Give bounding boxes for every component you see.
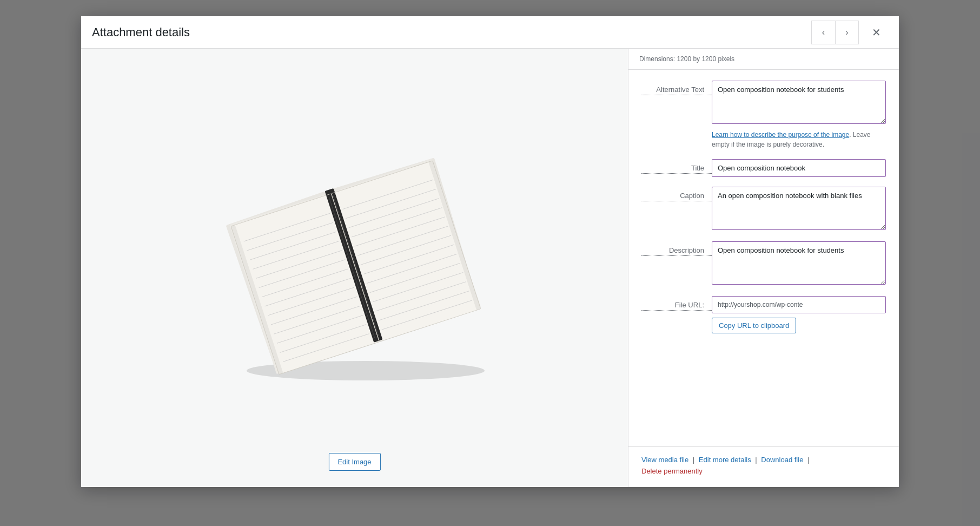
alt-text-input[interactable] [712, 81, 886, 124]
footer-delete-row: Delete permanently [641, 467, 886, 475]
image-panel: Edit Image [81, 49, 628, 487]
dimensions-label: Dimensions: [639, 55, 675, 63]
details-panel: Dimensions: 1200 by 1200 pixels Alternat… [628, 49, 899, 487]
file-url-row: File URL: Copy URL to clipboard [641, 296, 886, 333]
attachment-details-modal: Attachment details ‹ › ✕ [81, 16, 899, 487]
separator-2: | [755, 456, 757, 464]
alt-text-helper: Learn how to describe the purpose of the… [712, 130, 886, 149]
dimensions-value: 1200 by 1200 pixels [677, 55, 734, 63]
separator-1: | [693, 456, 694, 464]
dimensions-bar: Dimensions: 1200 by 1200 pixels [628, 49, 899, 70]
caption-input[interactable] [712, 187, 886, 230]
next-button[interactable]: › [835, 21, 859, 44]
prev-button[interactable]: ‹ [811, 21, 835, 44]
separator-3: | [807, 456, 809, 464]
delete-permanently-link[interactable]: Delete permanently [641, 467, 703, 475]
file-url-input[interactable] [712, 296, 886, 313]
title-input[interactable] [712, 159, 886, 177]
description-row: Description [641, 241, 886, 286]
copy-url-button[interactable]: Copy URL to clipboard [712, 318, 796, 333]
alt-text-label: Alternative Text [641, 81, 712, 95]
modal-body: Edit Image Dimensions: 1200 by 1200 pixe… [81, 49, 899, 487]
caption-field-container [712, 187, 886, 232]
alt-text-row: Alternative Text Learn how to describe t… [641, 81, 886, 149]
alt-text-field-container: Learn how to describe the purpose of the… [712, 81, 886, 149]
title-field-container [712, 159, 886, 177]
close-button[interactable]: ✕ [864, 21, 888, 44]
fields-area: Alternative Text Learn how to describe t… [628, 70, 899, 446]
description-field-container [712, 241, 886, 286]
modal-header: Attachment details ‹ › ✕ [81, 16, 899, 49]
caption-label: Caption [641, 187, 712, 201]
notebook-image [214, 138, 495, 398]
file-url-label: File URL: [641, 296, 712, 311]
description-label: Description [641, 241, 712, 256]
footer-links: View media file | Edit more details | Do… [628, 446, 899, 487]
view-media-link[interactable]: View media file [641, 456, 688, 464]
edit-details-link[interactable]: Edit more details [699, 456, 751, 464]
image-container [81, 49, 628, 487]
footer-links-row: View media file | Edit more details | Do… [641, 456, 886, 464]
modal-navigation: ‹ › [811, 21, 859, 44]
download-file-link[interactable]: Download file [761, 456, 803, 464]
edit-image-button[interactable]: Edit Image [328, 453, 380, 471]
modal-title: Attachment details [92, 25, 811, 40]
file-url-field-container: Copy URL to clipboard [712, 296, 886, 333]
description-input[interactable] [712, 241, 886, 285]
title-label: Title [641, 159, 712, 174]
caption-row: Caption [641, 187, 886, 232]
title-row: Title [641, 159, 886, 177]
alt-text-learn-link[interactable]: Learn how to describe the purpose of the… [712, 131, 849, 139]
